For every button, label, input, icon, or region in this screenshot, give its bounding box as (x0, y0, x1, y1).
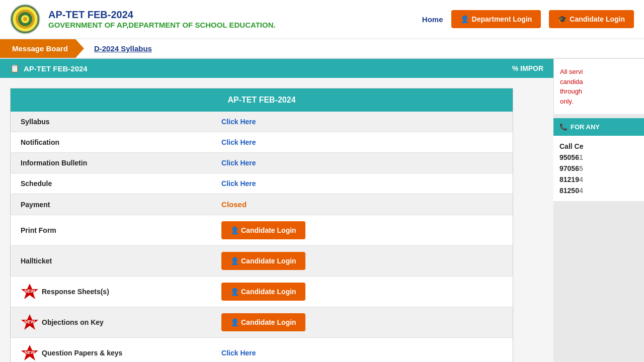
section-header-left: 📋 AP-TET FEB-2024 (10, 64, 88, 73)
btn-objections-on-key[interactable]: 👤 Candidate Login (221, 313, 305, 331)
row-label-payment: Payment (11, 194, 212, 215)
section-header-right: % IMPOR (512, 64, 543, 72)
row-action-schedule: Click Here (211, 173, 513, 194)
table-row: Print Form👤 Candidate Login (11, 215, 513, 246)
btn-hallticket[interactable]: 👤 Candidate Login (221, 252, 305, 270)
table-row: PaymentClosed (11, 194, 513, 215)
row-action-payment: Closed (211, 194, 513, 215)
sidebar-notice: All servicandidathroughonly. (553, 59, 644, 114)
phone-4: 812504 (559, 185, 638, 196)
table-row: SyllabusClick Here (11, 112, 513, 132)
table-row: Hallticket👤 Candidate Login (11, 246, 513, 277)
table-row: NEWObjections on Key👤 Candidate Login (11, 307, 513, 338)
row-label-response-sheets: NEWResponse Sheets(s) (11, 277, 212, 307)
section-header-bar: 📋 AP-TET FEB-2024 % IMPOR (0, 59, 553, 78)
home-link[interactable]: Home (422, 15, 443, 24)
main-data-table: AP-TET FEB-2024 SyllabusClick HereNotifi… (10, 88, 513, 362)
table-row: NEWQuestion Papers & keysClick Here (11, 338, 513, 363)
dept-login-button[interactable]: 👤 Department Login (451, 10, 541, 28)
row-action-print-form: 👤 Candidate Login (211, 215, 513, 246)
sidebar-contact-bar: 📞 FOR ANY (553, 118, 644, 136)
table-container: AP-TET FEB-2024 SyllabusClick HereNotifi… (0, 78, 553, 362)
site-header: AP-TET FEB-2024 GOVERNMENT OF AP,DEPARTM… (0, 0, 644, 39)
row-action-objections-on-key: 👤 Candidate Login (211, 307, 513, 338)
row-action-hallticket: 👤 Candidate Login (211, 246, 513, 277)
link-question-papers[interactable]: Click Here (221, 349, 256, 357)
phone-icon: 📞 (559, 123, 568, 131)
candidate-login-button[interactable]: 🎓 Candidate Login (549, 10, 634, 28)
phone-1: 950561 (559, 152, 638, 163)
row-label-print-form: Print Form (11, 215, 212, 246)
status-payment: Closed (221, 200, 247, 209)
person-icon: 👤 (460, 15, 469, 23)
row-action-question-papers: Click Here (211, 338, 513, 363)
content-area: 📋 AP-TET FEB-2024 % IMPOR AP-TET FEB-202… (0, 59, 644, 362)
link-notification[interactable]: Click Here (221, 138, 256, 146)
navigation-bar: Message Board D-2024 Syllabus (0, 39, 644, 59)
row-label-information-bulletin: Information Bulletin (11, 153, 212, 173)
row-action-information-bulletin: Click Here (211, 153, 513, 173)
nav-syllabus[interactable]: D-2024 Syllabus (84, 39, 162, 58)
row-label-syllabus: Syllabus (11, 112, 212, 132)
btn-response-sheets[interactable]: 👤 Candidate Login (221, 283, 305, 301)
table-row: Information BulletinClick Here (11, 153, 513, 173)
row-action-syllabus: Click Here (211, 112, 513, 132)
link-information-bulletin[interactable]: Click Here (221, 159, 256, 167)
svg-text:NEW: NEW (25, 350, 36, 355)
phone-3: 812194 (559, 174, 638, 185)
header-navigation: Home 👤 Department Login 🎓 Candidate Logi… (422, 10, 634, 28)
row-action-response-sheets: 👤 Candidate Login (211, 277, 513, 307)
link-syllabus[interactable]: Click Here (221, 118, 256, 126)
call-center-label: Call Ce (559, 141, 638, 152)
link-schedule[interactable]: Click Here (221, 179, 256, 188)
table-row: ScheduleClick Here (11, 173, 513, 194)
graduate-icon: 🎓 (558, 15, 567, 23)
table-row: NEWResponse Sheets(s)👤 Candidate Login (11, 277, 513, 307)
svg-point-4 (23, 17, 27, 21)
site-title: AP-TET FEB-2024 (48, 9, 414, 21)
site-subtitle: GOVERNMENT OF AP,DEPARTMENT OF SCHOOL ED… (48, 21, 414, 29)
row-label-hallticket: Hallticket (11, 246, 212, 277)
svg-text:NEW: NEW (25, 289, 36, 294)
row-label-question-papers: NEWQuestion Papers & keys (11, 338, 212, 363)
phone-2: 970565 (559, 163, 638, 174)
list-icon: 📋 (10, 64, 20, 73)
right-sidebar: All servicandidathroughonly. 📞 FOR ANY C… (553, 59, 644, 362)
row-label-schedule: Schedule (11, 173, 212, 194)
table-row: NotificationClick Here (11, 132, 513, 153)
main-panel: 📋 AP-TET FEB-2024 % IMPOR AP-TET FEB-202… (0, 59, 553, 362)
sidebar-phone-numbers: Call Ce 950561 970565 812194 812504 (553, 136, 644, 201)
percent-icon: % (512, 64, 518, 72)
site-logo (10, 4, 40, 34)
table-title: AP-TET FEB-2024 (11, 88, 513, 112)
nav-message-board[interactable]: Message Board (0, 39, 84, 58)
row-action-notification: Click Here (211, 132, 513, 153)
svg-text:NEW: NEW (25, 319, 36, 324)
row-label-notification: Notification (11, 132, 212, 153)
row-label-objections-on-key: NEWObjections on Key (11, 307, 212, 338)
header-title-block: AP-TET FEB-2024 GOVERNMENT OF AP,DEPARTM… (48, 9, 414, 29)
btn-print-form[interactable]: 👤 Candidate Login (221, 221, 305, 239)
